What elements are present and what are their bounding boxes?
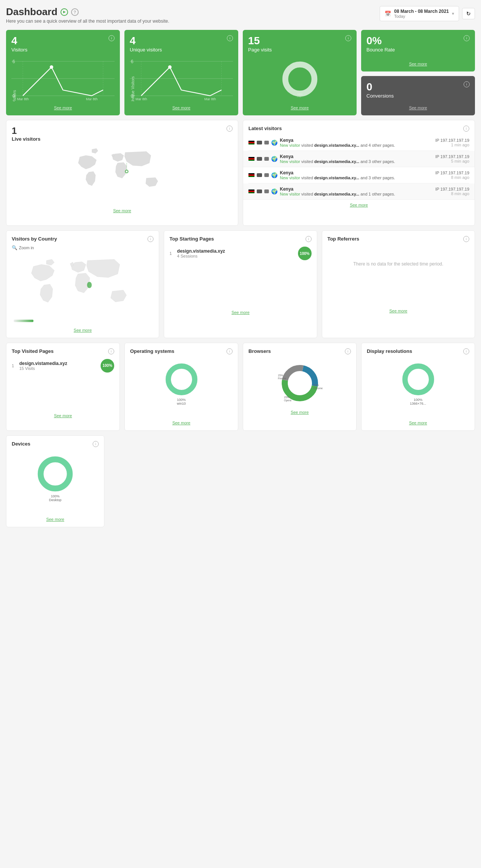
- starting-page-row: 1 design.vistamedia.xyz 4 Sessions 100%: [169, 245, 311, 262]
- svg-text:25%: 25%: [284, 396, 289, 399]
- visitor-country: Kenya: [280, 186, 433, 192]
- devices-see-more[interactable]: See more: [12, 517, 99, 522]
- live-visitors-see-more[interactable]: See more: [12, 208, 233, 213]
- visitor-ip: IP 197.197.197.19: [435, 154, 469, 159]
- visitor-ip: IP 197.197.197.19: [435, 171, 469, 175]
- bottom-stats-row: Top Visited Pages i 1 design.vistamedia.…: [6, 343, 475, 431]
- calendar-icon: 📅: [385, 11, 391, 17]
- svg-point-47: [405, 366, 431, 393]
- live-visitors-count: 1: [12, 126, 40, 136]
- visitor-info: Kenya New visitor visited design.vistame…: [280, 186, 433, 196]
- latest-visitors-title: Latest visitors: [248, 126, 282, 131]
- flag-kenya: [248, 189, 254, 193]
- unique-visitors-see-more[interactable]: See more: [130, 102, 233, 110]
- header-right: 📅 08 March - 08 March 2021 Today ▾ ↻: [380, 6, 475, 21]
- svg-text:100%: 100%: [297, 93, 302, 95]
- browser-icon: [264, 189, 269, 193]
- zoom-in-icon: 🔍: [12, 245, 17, 250]
- visitors-by-country-info-icon[interactable]: i: [147, 236, 154, 242]
- devices-info-icon[interactable]: i: [93, 441, 99, 447]
- visitor-row: 🌍 Kenya New visitor visited design.vista…: [248, 167, 469, 183]
- visitor-ip: IP 197.197.197.19: [435, 187, 469, 191]
- top-referrers-see-more[interactable]: See more: [327, 309, 469, 313]
- display-resolutions-info-icon[interactable]: i: [463, 348, 469, 354]
- latest-visitors-card: Latest visitors i 🌍 Kenya New visitor vi…: [243, 120, 475, 226]
- svg-point-36: [168, 366, 195, 393]
- visitors-info-icon[interactable]: i: [109, 35, 115, 41]
- conversions-see-more[interactable]: See more: [366, 102, 470, 110]
- svg-text:00:00-06:00: 00:00-06:00: [17, 101, 35, 101]
- page-header: Dashboard ? Here you can see a quick ove…: [6, 6, 475, 24]
- svg-text:design...: design...: [296, 96, 303, 98]
- page-visits-see-more[interactable]: See more: [248, 102, 351, 110]
- zoom-in-button[interactable]: 🔍 Zoom in: [12, 245, 154, 250]
- page-rank: 1: [169, 251, 174, 256]
- bounce-rate-label: Bounce Rate: [366, 47, 395, 53]
- svg-text:00:00-06:00: 00:00-06:00: [135, 101, 154, 101]
- visitor-country: Kenya: [280, 138, 433, 143]
- top-starting-pages-info-icon[interactable]: i: [306, 236, 312, 242]
- resolutions-chart: 100%1366×76...: [367, 360, 469, 399]
- svg-text:Chrome: Chrome: [313, 387, 323, 390]
- globe-icon: 🌍: [271, 140, 278, 146]
- page-visits-label: Page visits: [248, 47, 272, 53]
- visitors-see-more[interactable]: See more: [11, 102, 115, 110]
- page-title: Dashboard ?: [6, 6, 169, 18]
- page-visits-info-icon[interactable]: i: [345, 35, 351, 41]
- help-icon[interactable]: ?: [71, 8, 79, 16]
- bounce-rate-info-icon[interactable]: i: [464, 35, 470, 41]
- conversions-info-icon[interactable]: i: [464, 81, 470, 87]
- display-resolutions-title: Display resolutions: [367, 348, 412, 354]
- globe-icon: 🌍: [271, 156, 278, 162]
- os-label: 100%win10: [177, 398, 186, 405]
- bounce-rate-card: 0% Bounce Rate i See more: [361, 30, 475, 71]
- svg-rect-34: [14, 320, 33, 322]
- play-icon[interactable]: [61, 8, 68, 16]
- page-pct-badge: 100%: [298, 247, 312, 260]
- display-resolutions-see-more[interactable]: See more: [367, 421, 469, 425]
- top-visited-pages-info-icon[interactable]: i: [108, 348, 114, 354]
- svg-text:6: 6: [131, 59, 133, 64]
- visitors-by-country-see-more[interactable]: See more: [12, 328, 154, 332]
- visitor-row: 🌍 Kenya New visitor visited design.vista…: [243, 183, 475, 200]
- refresh-button[interactable]: ↻: [462, 8, 475, 19]
- browser-icon: [264, 141, 269, 144]
- date-picker[interactable]: 📅 08 March - 08 March 2021 Today ▾: [380, 6, 459, 21]
- display-resolutions-card: Display resolutions i 100%1366×76... See…: [361, 343, 475, 431]
- operating-systems-info-icon[interactable]: i: [227, 348, 233, 354]
- latest-visitors-info-icon[interactable]: i: [463, 126, 469, 132]
- visitor-meta: IP 197.197.197.19 8 min ago: [435, 171, 469, 180]
- unique-visitors-info-icon[interactable]: i: [227, 35, 233, 41]
- chevron-down-icon: ▾: [452, 11, 454, 16]
- date-range-text: 08 March - 08 March 2021: [394, 9, 449, 14]
- svg-text:18:00-23:5: 18:00-23:5: [204, 101, 220, 101]
- live-visitors-card: 1 Live visitors i: [6, 120, 238, 226]
- top-starting-pages-see-more[interactable]: See more: [169, 310, 311, 315]
- latest-visitors-see-more[interactable]: See more: [248, 203, 469, 207]
- visited-page-row: 1 design.vistamedia.xyz 15 Visits 100%: [12, 357, 114, 374]
- devices-title: Devices: [12, 441, 30, 447]
- page-sessions: 4 Sessions: [177, 254, 295, 258]
- live-visitors-label: Live visitors: [12, 136, 40, 142]
- live-visitors-map: [12, 145, 233, 205]
- globe-icon: 🌍: [271, 172, 278, 178]
- visited-page-pct-badge: 100%: [101, 359, 114, 373]
- bounce-rate-see-more[interactable]: See more: [366, 59, 470, 66]
- top-referrers-info-icon[interactable]: i: [463, 236, 469, 242]
- live-visitors-info-icon[interactable]: i: [227, 126, 233, 132]
- svg-text:Unique Visitors: Unique Visitors: [130, 76, 135, 102]
- date-sub-text: Today: [394, 14, 449, 19]
- page-visits-count: 15: [248, 35, 272, 47]
- browsers-see-more[interactable]: See more: [248, 410, 351, 415]
- visitor-text: New visitor visited design.vistamedia.xy…: [280, 159, 433, 164]
- visitor-info: Kenya New visitor visited design.vistame…: [280, 138, 433, 148]
- browsers-info-icon[interactable]: i: [345, 348, 351, 354]
- visitor-meta: IP 197.197.197.19 8 min ago: [435, 187, 469, 196]
- operating-systems-see-more[interactable]: See more: [130, 421, 233, 425]
- visitors-card: 4 Visitors i 0 6 Visitors: [6, 30, 120, 115]
- visited-page-info: design.vistamedia.xyz 15 Visits: [19, 361, 98, 371]
- flag-kenya: [248, 141, 254, 144]
- top-visited-pages-see-more[interactable]: See more: [12, 413, 114, 418]
- visitors-by-country-card: Visitors by Country i 🔍 Zoom in: [6, 230, 159, 338]
- unique-visitors-count: 4: [130, 35, 162, 47]
